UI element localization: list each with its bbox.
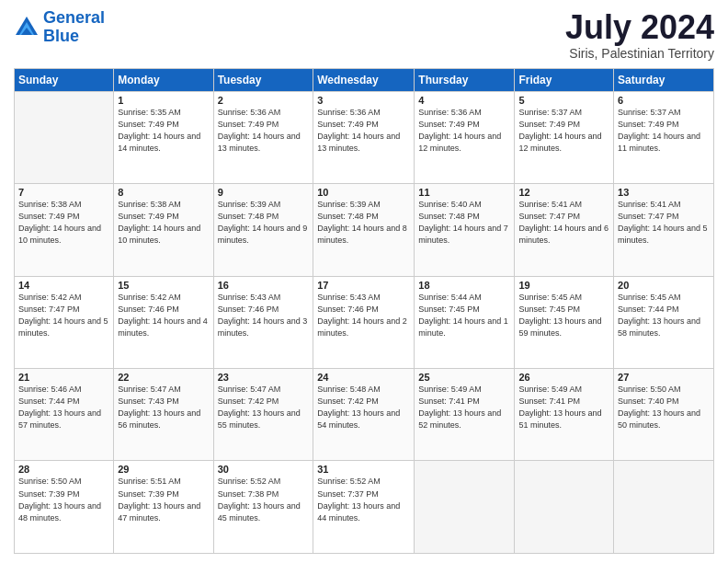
calendar-col-header: Saturday	[614, 68, 714, 91]
day-info: Sunrise: 5:42 AMSunset: 7:46 PMDaylight:…	[118, 292, 209, 339]
calendar-cell: 1Sunrise: 5:35 AMSunset: 7:49 PMDaylight…	[114, 91, 213, 183]
week-row: 7Sunrise: 5:38 AMSunset: 7:49 PMDaylight…	[15, 184, 714, 276]
calendar-cell: 7Sunrise: 5:38 AMSunset: 7:49 PMDaylight…	[15, 184, 114, 276]
calendar-cell: 24Sunrise: 5:48 AMSunset: 7:42 PMDayligh…	[313, 369, 415, 461]
calendar-cell: 9Sunrise: 5:39 AMSunset: 7:48 PMDaylight…	[213, 184, 313, 276]
day-info: Sunrise: 5:46 AMSunset: 7:44 PMDaylight:…	[18, 384, 109, 431]
day-number: 4	[418, 95, 510, 106]
calendar-cell: 6Sunrise: 5:37 AMSunset: 7:49 PMDaylight…	[614, 91, 714, 183]
calendar-cell	[515, 461, 614, 554]
day-number: 6	[618, 95, 710, 106]
day-number: 21	[18, 372, 109, 383]
day-info: Sunrise: 5:40 AMSunset: 7:48 PMDaylight:…	[418, 199, 510, 247]
day-info: Sunrise: 5:39 AMSunset: 7:48 PMDaylight:…	[317, 199, 410, 247]
calendar-cell: 8Sunrise: 5:38 AMSunset: 7:49 PMDaylight…	[114, 184, 213, 276]
location: Siris, Palestinian Territory	[565, 46, 714, 61]
calendar-cell: 14Sunrise: 5:42 AMSunset: 7:47 PMDayligh…	[15, 276, 114, 368]
week-row: 21Sunrise: 5:46 AMSunset: 7:44 PMDayligh…	[15, 369, 714, 461]
logo: General Blue	[14, 9, 105, 46]
day-number: 25	[418, 372, 510, 383]
day-number: 27	[618, 372, 710, 383]
week-row: 1Sunrise: 5:35 AMSunset: 7:49 PMDaylight…	[15, 91, 714, 183]
day-number: 8	[118, 187, 209, 198]
day-info: Sunrise: 5:37 AMSunset: 7:49 PMDaylight:…	[618, 107, 710, 155]
calendar-cell: 26Sunrise: 5:49 AMSunset: 7:41 PMDayligh…	[515, 369, 614, 461]
calendar-cell: 20Sunrise: 5:45 AMSunset: 7:44 PMDayligh…	[614, 276, 714, 368]
day-info: Sunrise: 5:45 AMSunset: 7:45 PMDaylight:…	[518, 292, 609, 339]
calendar-cell: 28Sunrise: 5:50 AMSunset: 7:39 PMDayligh…	[15, 461, 114, 554]
day-info: Sunrise: 5:48 AMSunset: 7:42 PMDaylight:…	[317, 384, 410, 431]
calendar-cell	[415, 461, 515, 554]
calendar-cell: 29Sunrise: 5:51 AMSunset: 7:39 PMDayligh…	[114, 461, 213, 554]
calendar-cell: 22Sunrise: 5:47 AMSunset: 7:43 PMDayligh…	[114, 369, 213, 461]
calendar: SundayMondayTuesdayWednesdayThursdayFrid…	[14, 68, 714, 554]
calendar-col-header: Wednesday	[313, 68, 415, 91]
calendar-cell: 19Sunrise: 5:45 AMSunset: 7:45 PMDayligh…	[515, 276, 614, 368]
calendar-cell: 11Sunrise: 5:40 AMSunset: 7:48 PMDayligh…	[415, 184, 515, 276]
calendar-cell: 17Sunrise: 5:43 AMSunset: 7:46 PMDayligh…	[313, 276, 415, 368]
calendar-cell	[15, 91, 114, 183]
day-info: Sunrise: 5:50 AMSunset: 7:40 PMDaylight:…	[618, 384, 710, 431]
day-number: 5	[518, 95, 609, 106]
day-info: Sunrise: 5:47 AMSunset: 7:43 PMDaylight:…	[118, 384, 209, 431]
calendar-cell: 13Sunrise: 5:41 AMSunset: 7:47 PMDayligh…	[614, 184, 714, 276]
day-info: Sunrise: 5:36 AMSunset: 7:49 PMDaylight:…	[317, 107, 410, 155]
calendar-col-header: Sunday	[15, 68, 114, 91]
logo-line1: General	[43, 8, 105, 27]
day-number: 3	[317, 95, 410, 106]
header: General Blue July 2024 Siris, Palestinia…	[14, 9, 714, 61]
day-number: 12	[518, 187, 609, 198]
calendar-header-row: SundayMondayTuesdayWednesdayThursdayFrid…	[15, 68, 714, 91]
calendar-cell: 4Sunrise: 5:36 AMSunset: 7:49 PMDaylight…	[415, 91, 515, 183]
day-number: 10	[317, 187, 410, 198]
calendar-cell: 12Sunrise: 5:41 AMSunset: 7:47 PMDayligh…	[515, 184, 614, 276]
day-info: Sunrise: 5:41 AMSunset: 7:47 PMDaylight:…	[518, 199, 609, 247]
logo-line2: Blue	[43, 27, 79, 45]
day-number: 16	[218, 280, 310, 291]
day-number: 31	[317, 464, 410, 475]
day-info: Sunrise: 5:44 AMSunset: 7:45 PMDaylight:…	[418, 292, 510, 339]
calendar-cell: 30Sunrise: 5:52 AMSunset: 7:38 PMDayligh…	[213, 461, 313, 554]
month-title: July 2024	[565, 9, 714, 46]
calendar-cell: 18Sunrise: 5:44 AMSunset: 7:45 PMDayligh…	[415, 276, 515, 368]
calendar-cell: 31Sunrise: 5:52 AMSunset: 7:37 PMDayligh…	[313, 461, 415, 554]
calendar-col-header: Tuesday	[213, 68, 313, 91]
calendar-col-header: Friday	[515, 68, 614, 91]
day-number: 14	[18, 280, 109, 291]
week-row: 14Sunrise: 5:42 AMSunset: 7:47 PMDayligh…	[15, 276, 714, 368]
calendar-cell: 2Sunrise: 5:36 AMSunset: 7:49 PMDaylight…	[213, 91, 313, 183]
day-info: Sunrise: 5:42 AMSunset: 7:47 PMDaylight:…	[18, 292, 109, 339]
day-info: Sunrise: 5:52 AMSunset: 7:37 PMDaylight:…	[317, 476, 410, 523]
day-number: 28	[18, 464, 109, 475]
day-number: 24	[317, 372, 410, 383]
day-info: Sunrise: 5:47 AMSunset: 7:42 PMDaylight:…	[218, 384, 310, 431]
logo-icon	[14, 15, 40, 40]
day-number: 11	[418, 187, 510, 198]
logo-text: General Blue	[43, 9, 105, 46]
day-number: 17	[317, 280, 410, 291]
day-info: Sunrise: 5:37 AMSunset: 7:49 PMDaylight:…	[518, 107, 609, 155]
day-info: Sunrise: 5:41 AMSunset: 7:47 PMDaylight:…	[618, 199, 710, 247]
day-info: Sunrise: 5:52 AMSunset: 7:38 PMDaylight:…	[218, 476, 310, 523]
week-row: 28Sunrise: 5:50 AMSunset: 7:39 PMDayligh…	[15, 461, 714, 554]
calendar-col-header: Monday	[114, 68, 213, 91]
day-info: Sunrise: 5:45 AMSunset: 7:44 PMDaylight:…	[618, 292, 710, 339]
calendar-cell: 23Sunrise: 5:47 AMSunset: 7:42 PMDayligh…	[213, 369, 313, 461]
day-info: Sunrise: 5:38 AMSunset: 7:49 PMDaylight:…	[118, 199, 209, 247]
day-number: 30	[218, 464, 310, 475]
calendar-col-header: Thursday	[415, 68, 515, 91]
day-info: Sunrise: 5:50 AMSunset: 7:39 PMDaylight:…	[18, 476, 109, 523]
day-info: Sunrise: 5:49 AMSunset: 7:41 PMDaylight:…	[418, 384, 510, 431]
title-block: July 2024 Siris, Palestinian Territory	[565, 9, 714, 61]
day-number: 29	[118, 464, 209, 475]
day-info: Sunrise: 5:51 AMSunset: 7:39 PMDaylight:…	[118, 476, 209, 523]
calendar-cell: 10Sunrise: 5:39 AMSunset: 7:48 PMDayligh…	[313, 184, 415, 276]
day-info: Sunrise: 5:38 AMSunset: 7:49 PMDaylight:…	[18, 199, 109, 247]
day-number: 26	[518, 372, 609, 383]
day-number: 23	[218, 372, 310, 383]
day-info: Sunrise: 5:49 AMSunset: 7:41 PMDaylight:…	[518, 384, 609, 431]
calendar-cell	[614, 461, 714, 554]
day-info: Sunrise: 5:36 AMSunset: 7:49 PMDaylight:…	[218, 107, 310, 155]
day-info: Sunrise: 5:35 AMSunset: 7:49 PMDaylight:…	[118, 107, 209, 155]
day-number: 19	[518, 280, 609, 291]
